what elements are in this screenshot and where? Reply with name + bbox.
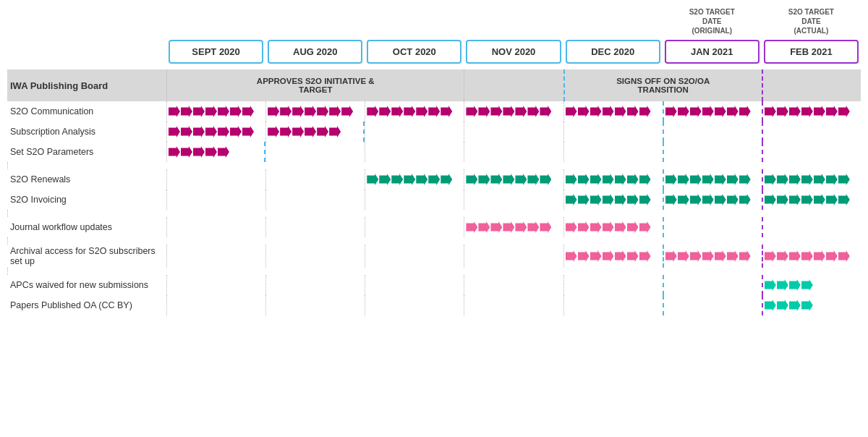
row-sub-analysis-col1: [166, 122, 265, 142]
row-archival-col2: [265, 245, 365, 268]
row-s2o-invoicing-col3: [365, 190, 464, 210]
month-aug2020: AUG 2020: [268, 40, 362, 64]
row-papers-col2: [265, 295, 365, 315]
row-archival-col3: [365, 245, 464, 268]
row-sub-analysis-col7: [762, 122, 861, 142]
month-dec2020: DEC 2020: [566, 40, 660, 64]
row-s2o-renewals-col4: [464, 169, 563, 190]
row-s2o-comm-col4: [464, 101, 563, 122]
spacer-3: [7, 237, 861, 245]
row-s2o-invoicing-label: S2O Invoicing: [7, 190, 166, 210]
header-last: [762, 69, 861, 101]
row-s2o-renewals-col5: [563, 169, 663, 190]
row-apcs-col6: [663, 275, 762, 295]
row-journal-workflow-col7: [762, 217, 861, 237]
row-s2o-renewals-col6: [663, 169, 762, 190]
row-journal-workflow-label: Journal workflow updates: [7, 217, 166, 237]
target-date-labels: S2O TARGETDATE(ORIGINAL) S2O TARGETDATE(…: [7, 7, 861, 35]
row-set-params-label: Set S2O Parameters: [7, 142, 166, 162]
row-sub-analysis-col4: [464, 122, 563, 142]
month-oct2020: OCT 2020: [367, 40, 461, 64]
row-s2o-invoicing-col6: [663, 190, 762, 210]
row-s2o-comm-col6: [663, 101, 762, 122]
row-s2o-renewals-col7: [762, 169, 861, 190]
row-s2o-comm-col3: [365, 101, 464, 122]
month-sept2020: SEPT 2020: [169, 40, 263, 64]
row-apcs-col2: [265, 275, 365, 295]
row-papers-col4: [464, 295, 563, 315]
row-journal-workflow-col5: [563, 217, 663, 237]
row-archival-col4: [464, 245, 563, 268]
row-apcs-col5: [563, 275, 663, 295]
header-signs-off: SIGNS OFF ON S2O/OATRANSITION: [563, 69, 762, 101]
row-set-params-col6: [663, 142, 762, 162]
row-papers-col1: [166, 295, 265, 315]
month-feb2021: FEB 2021: [764, 40, 859, 64]
row-s2o-invoicing-col4: [464, 190, 563, 210]
row-apcs-label: APCs waived for new submissions: [7, 275, 166, 295]
row-s2o-renewals-col3: [365, 169, 464, 190]
month-jan2021: JAN 2021: [665, 40, 760, 64]
row-archival-col6: [663, 245, 762, 268]
row-s2o-invoicing-col7: [762, 190, 861, 210]
row-archival-col1: [166, 245, 265, 268]
row-papers-label: Papers Published OA (CC BY): [7, 295, 166, 315]
row-set-params-col5: [563, 142, 663, 162]
row-papers-col6: [663, 295, 762, 315]
main-container: S2O TARGETDATE(ORIGINAL) S2O TARGETDATE(…: [0, 0, 868, 323]
spacer-1: [7, 162, 861, 169]
row-s2o-renewals-label: S2O Renewals: [7, 169, 166, 190]
row-s2o-comm-col7: [762, 101, 861, 122]
row-papers-col7: [762, 295, 861, 315]
row-journal-workflow-col2: [265, 217, 365, 237]
row-s2o-comm-col5: [563, 101, 663, 122]
row-s2o-invoicing-col5: [563, 190, 663, 210]
header-approves: APPROVES S2O INITIATIVE &TARGET: [166, 69, 464, 101]
row-set-params-col7: [762, 142, 861, 162]
row-s2o-comm-label: S2O Communication: [7, 101, 166, 122]
row-archival-col7: [762, 245, 861, 268]
row-set-params-col2: [265, 142, 365, 162]
gantt-grid: IWA Publishing Board APPROVES S2O INITIA…: [7, 69, 861, 315]
s2o-target-actual-label: S2O TARGETDATE(ACTUAL): [762, 7, 861, 35]
row-archival-label: Archival access for S2O subscribers set …: [7, 245, 166, 268]
row-archival-col5: [563, 245, 663, 268]
row-s2o-invoicing-col2: [265, 190, 365, 210]
row-apcs-col4: [464, 275, 563, 295]
row-papers-col5: [563, 295, 663, 315]
row-set-params-col3: [365, 142, 464, 162]
row-sub-analysis-col3: [365, 122, 464, 142]
header-empty: [464, 69, 563, 101]
row-apcs-col3: [365, 275, 464, 295]
row-s2o-comm-col1: [166, 101, 265, 122]
row-s2o-invoicing-col1: [166, 190, 265, 210]
row-apcs-col7: [762, 275, 861, 295]
row-sub-analysis-label: Subscription Analysis: [7, 122, 166, 142]
row-s2o-comm-col2: [265, 101, 365, 122]
s2o-target-original-label: S2O TARGETDATE(ORIGINAL): [663, 7, 762, 35]
row-journal-workflow-col4: [464, 217, 563, 237]
row-journal-workflow-col6: [663, 217, 762, 237]
month-row: SEPT 2020 AUG 2020 OCT 2020 NOV 2020 DEC…: [7, 40, 861, 64]
row-journal-workflow-col3: [365, 217, 464, 237]
row-s2o-renewals-col1: [166, 169, 265, 190]
spacer-4: [7, 268, 861, 275]
row-apcs-col1: [166, 275, 265, 295]
row-s2o-renewals-col2: [265, 169, 365, 190]
row-set-params-col4: [464, 142, 563, 162]
row-sub-analysis-col5: [563, 122, 663, 142]
row-journal-workflow-col1: [166, 217, 265, 237]
spacer-2: [7, 210, 861, 217]
month-nov2020: NOV 2020: [466, 40, 561, 64]
row-papers-col3: [365, 295, 464, 315]
row-set-params-col1: [166, 142, 265, 162]
row-sub-analysis-col2: [265, 122, 365, 142]
row-sub-analysis-col6: [663, 122, 762, 142]
header-board-label: IWA Publishing Board: [7, 69, 166, 101]
